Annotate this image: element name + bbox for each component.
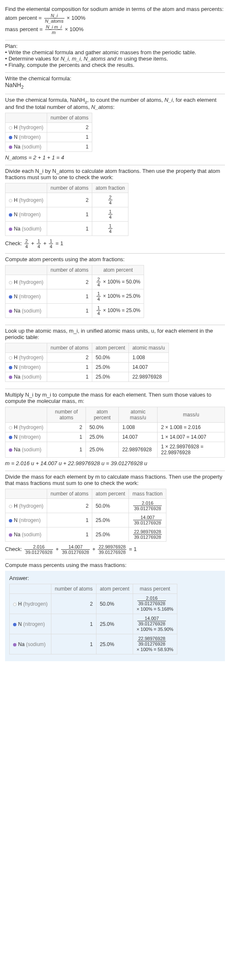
table-row: Na (sodium) 125.0% 22.9897692839.0127692… — [5, 527, 166, 542]
table-row: H (hydrogen) 2 24 — [5, 193, 128, 207]
element-bullet-icon — [9, 356, 12, 360]
atomfrac-check: Check: 24 + 14 + 14 = 1 — [5, 238, 225, 249]
element-bullet-icon — [9, 281, 12, 284]
plan-section: Plan: • Write the chemical formula and g… — [5, 40, 225, 73]
element-bullet-icon — [9, 295, 12, 299]
mass-percent-formula: mass percent = N_i m_i m × 100% — [5, 24, 225, 35]
element-bullet-icon — [9, 228, 12, 231]
atom-percent-formula: atom percent = N_i N_atoms × 100% — [5, 13, 225, 24]
atom-percent-section: Compute atom percents using the atom fra… — [5, 254, 225, 325]
table-header-row: number of atomsatom percentmass fraction — [5, 489, 166, 499]
element-bullet-icon — [9, 533, 12, 537]
atomic-mass-section: Look up the atomic mass, m_i, in unified… — [5, 325, 225, 389]
table-header-row: number of atomsatom percent — [5, 265, 144, 275]
table-row: N (nitrogen) 125.0% 14.00739.01276928 — [5, 513, 166, 527]
table-row: Na (sodium) 1 14 × 100% = 25.0% — [5, 304, 144, 318]
element-bullet-icon — [9, 126, 12, 130]
plan-title: Plan: — [5, 43, 225, 49]
molecular-mass-sum: m = 2.016 u + 14.007 u + 22.98976928 u =… — [5, 460, 225, 466]
count-text: Use the chemical formula, NaNH2, to coun… — [5, 97, 225, 111]
table-row: Na (sodium) 125.0%22.989769281 × 22.9897… — [5, 442, 225, 458]
table-header-row: number of atoms — [5, 113, 92, 123]
table-row: H (hydrogen) 2 — [5, 123, 92, 132]
table-header-row: number of atomsatom percentatomic mass/u — [5, 343, 169, 353]
plan-bullet: • Finally, compute the percents and chec… — [5, 62, 225, 68]
table-row: Na (sodium) 125.0% 22.9897692839.0127692… — [10, 634, 177, 654]
atom-fraction-section: Divide each N_i by N_atoms to calculate … — [5, 165, 225, 254]
element-bullet-icon — [9, 366, 12, 369]
plan-bullet: • Determine values for N_i, m_i, N_atoms… — [5, 56, 225, 62]
formula-section: Write the chemical formula: NaNH2 — [5, 73, 225, 94]
final-text: Compute mass percents using the mass fra… — [5, 562, 225, 568]
atomfrac-text: Divide each N_i by N_atoms to calculate … — [5, 168, 225, 180]
intro-section: Find the elemental composition for sodiu… — [5, 3, 225, 40]
atompct-text: Compute atom percents using the atom fra… — [5, 256, 225, 262]
molecular-mass-section: Multiply N_i by m_i to compute the mass … — [5, 389, 225, 471]
amass-text: Look up the atomic mass, m_i, in unified… — [5, 328, 225, 340]
table-header-row: number of atomsatom percentmass percent — [10, 584, 177, 594]
table-row: N (nitrogen) 125.0% 14.00739.01276928× 1… — [10, 614, 177, 634]
mass-fraction-section: Divide the mass for each element by m to… — [5, 471, 225, 559]
table-header-row: number of atomsatom fraction — [5, 183, 128, 193]
table-row: H (hydrogen) 250.0%1.008 — [5, 353, 169, 363]
element-bullet-icon — [9, 426, 12, 429]
answer-label: Answer: — [9, 575, 221, 581]
intro-text: Find the elemental composition for sodiu… — [5, 6, 225, 12]
table-row: H (hydrogen) 250.0% 2.01639.01276928 — [5, 499, 166, 513]
count-table: number of atoms H (hydrogen) 2 N (nitrog… — [5, 113, 92, 152]
natoms-sum: N_atoms = 2 + 1 + 1 = 4 — [5, 154, 225, 161]
answer-box: Answer: number of atomsatom percentmass … — [5, 571, 225, 661]
table-row: H (hydrogen) 250.0% 2.01639.01276928× 10… — [10, 594, 177, 614]
atomfrac-table: number of atomsatom fraction H (hydrogen… — [5, 183, 128, 236]
fraction: N_i N_atoms — [44, 13, 64, 24]
table-row: N (nitrogen) 1 — [5, 132, 92, 142]
mmass-table: number of atomsatom percentatomic mass/u… — [5, 407, 225, 458]
table-row: N (nitrogen) 125.0%14.007 — [5, 363, 169, 372]
amass-table: number of atomsatom percentatomic mass/u… — [5, 343, 169, 382]
element-bullet-icon — [9, 213, 12, 217]
element-bullet-icon — [13, 623, 16, 626]
massfrac-text: Divide the mass for each element by m to… — [5, 474, 225, 486]
table-row: N (nitrogen) 1 14 × 100% = 25.0% — [5, 289, 144, 304]
table-row: Na (sodium) 1 14 — [5, 222, 128, 236]
table-row: N (nitrogen) 125.0%14.0071 × 14.007 = 14… — [5, 432, 225, 442]
table-row: Na (sodium) 1 — [5, 142, 92, 152]
element-bullet-icon — [9, 376, 12, 379]
fraction: N_i m_i m — [45, 24, 62, 35]
formula-title: Write the chemical formula: — [5, 75, 225, 82]
table-header-row: number of atomsatom percentatomic mass/u… — [5, 407, 225, 423]
chemical-formula: NaNH2 — [5, 82, 225, 90]
plan-bullet: • Write the chemical formula and gather … — [5, 49, 225, 56]
table-row: N (nitrogen) 1 14 — [5, 207, 128, 222]
element-bullet-icon — [9, 136, 12, 139]
element-bullet-icon — [9, 519, 12, 522]
element-bullet-icon — [9, 146, 12, 149]
element-bullet-icon — [9, 505, 12, 508]
element-bullet-icon — [9, 310, 12, 313]
final-section: Compute mass percents using the mass fra… — [5, 559, 225, 665]
atompct-table: number of atomsatom percent H (hydrogen)… — [5, 265, 144, 318]
table-row: Na (sodium) 125.0%22.98976928 — [5, 372, 169, 382]
element-bullet-icon — [13, 603, 16, 606]
table-row: H (hydrogen) 250.0%1.0082 × 1.008 = 2.01… — [5, 423, 225, 432]
element-bullet-icon — [9, 448, 12, 452]
table-row: H (hydrogen) 2 24 × 100% = 50.0% — [5, 275, 144, 289]
element-bullet-icon — [9, 436, 12, 439]
answer-table: number of atomsatom percentmass percent … — [9, 584, 177, 654]
element-bullet-icon — [13, 643, 16, 646]
element-bullet-icon — [9, 199, 12, 202]
massfrac-table: number of atomsatom percentmass fraction… — [5, 489, 166, 542]
count-atoms-section: Use the chemical formula, NaNH2, to coun… — [5, 94, 225, 166]
massfrac-check: Check: 2.01639.01276928 + 14.00739.01276… — [5, 544, 225, 555]
mmass-text: Multiply N_i by m_i to compute the mass … — [5, 392, 225, 404]
